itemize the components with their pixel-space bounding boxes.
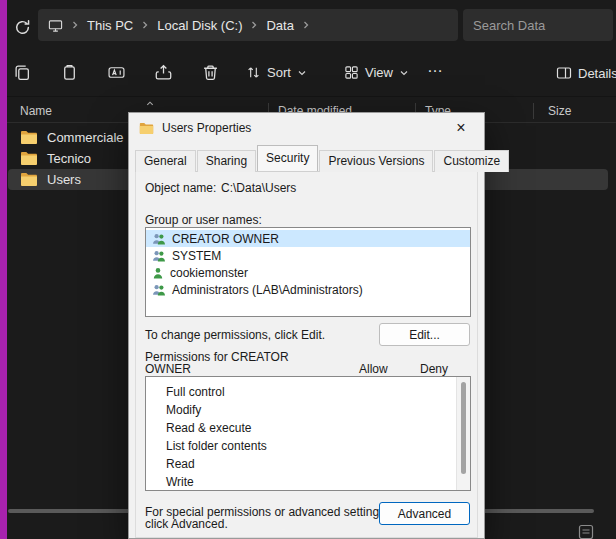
permission-row-write[interactable]: Write bbox=[146, 473, 470, 491]
group-icon bbox=[152, 284, 166, 296]
folder-icon bbox=[20, 130, 38, 145]
view-status-icon[interactable] bbox=[578, 524, 594, 539]
permission-row-list-folder-contents[interactable]: List folder contents bbox=[146, 437, 470, 455]
tab-security[interactable]: Security bbox=[257, 145, 318, 171]
principal-row-system[interactable]: SYSTEM bbox=[146, 247, 470, 264]
breadcrumb-chevron-icon[interactable] bbox=[140, 20, 150, 30]
users-properties-dialog: Users Properties × General Sharing Secur… bbox=[128, 112, 485, 539]
copy-button[interactable] bbox=[14, 64, 31, 81]
delete-button[interactable] bbox=[202, 64, 219, 81]
sort-ascending-icon bbox=[145, 97, 155, 111]
folder-icon bbox=[20, 172, 38, 187]
advanced-button[interactable]: Advanced bbox=[379, 502, 470, 525]
deny-column-label: Deny bbox=[420, 362, 448, 376]
rename-button[interactable] bbox=[108, 64, 125, 81]
details-toggle-button[interactable]: Details bbox=[556, 65, 616, 81]
breadcrumb-this-pc[interactable]: This PC bbox=[87, 18, 133, 33]
advanced-hint-line2: click Advanced. bbox=[145, 517, 228, 531]
search-input[interactable] bbox=[473, 18, 616, 33]
explorer-window: This PC Local Disk (C:) Data Sort View …… bbox=[0, 0, 616, 539]
principal-row-creator-owner[interactable]: CREATOR OWNER bbox=[146, 230, 470, 247]
permission-row-full-control[interactable]: Full control bbox=[146, 383, 470, 401]
edit-hint: To change permissions, click Edit. bbox=[145, 328, 325, 342]
column-header-size[interactable]: Size bbox=[548, 104, 571, 118]
file-name: Users bbox=[47, 172, 81, 187]
object-name-value: C:\Data\Users bbox=[221, 181, 296, 195]
address-bar[interactable]: This PC Local Disk (C:) Data bbox=[38, 9, 458, 41]
principal-name: CREATOR OWNER bbox=[172, 232, 279, 246]
column-header-name[interactable]: Name bbox=[20, 104, 52, 118]
permissions-scrollbar[interactable] bbox=[456, 377, 470, 490]
this-pc-icon bbox=[48, 18, 63, 33]
details-pane-icon bbox=[556, 65, 572, 81]
left-edge-strip bbox=[0, 0, 7, 539]
column-divider[interactable] bbox=[533, 103, 534, 119]
allow-column-label: Allow bbox=[359, 362, 388, 376]
view-dropdown[interactable]: View bbox=[344, 65, 409, 80]
dialog-title-bar[interactable]: Users Properties × bbox=[129, 113, 484, 143]
folder-icon bbox=[20, 151, 38, 166]
principal-row-administrators[interactable]: Administrators (LAB\Administrators) bbox=[146, 281, 470, 298]
file-name: Tecnico bbox=[47, 151, 91, 166]
file-name: Commerciale bbox=[47, 130, 124, 145]
principal-name: SYSTEM bbox=[172, 249, 221, 263]
paste-button[interactable] bbox=[61, 64, 78, 81]
view-label: View bbox=[365, 65, 393, 80]
details-label: Details bbox=[578, 66, 616, 81]
breadcrumb-chevron-icon[interactable] bbox=[301, 20, 311, 30]
dialog-title: Users Properties bbox=[162, 121, 251, 135]
group-icon bbox=[152, 250, 166, 262]
share-button[interactable] bbox=[155, 64, 172, 81]
edit-button[interactable]: Edit... bbox=[379, 323, 470, 346]
user-icon bbox=[152, 267, 164, 279]
tab-previous-versions[interactable]: Previous Versions bbox=[319, 150, 433, 172]
close-icon[interactable]: × bbox=[448, 116, 474, 140]
group-user-list: CREATOR OWNER SYSTEM cookiemonster Admin… bbox=[145, 227, 471, 317]
permissions-for-label-line2: OWNER bbox=[145, 362, 191, 376]
view-grid-icon bbox=[344, 65, 359, 80]
tab-customize[interactable]: Customize bbox=[434, 150, 509, 172]
principal-row-cookiemonster[interactable]: cookiemonster bbox=[146, 264, 470, 281]
scrollbar-thumb[interactable] bbox=[461, 382, 466, 474]
trash-icon bbox=[202, 64, 219, 81]
refresh-icon bbox=[14, 19, 31, 36]
permission-row-modify[interactable]: Modify bbox=[146, 401, 470, 419]
dialog-tab-strip: General Sharing Security Previous Versio… bbox=[135, 147, 478, 172]
sort-label: Sort bbox=[267, 65, 291, 80]
paste-icon bbox=[61, 64, 78, 81]
folder-icon bbox=[139, 122, 154, 135]
tab-sharing[interactable]: Sharing bbox=[197, 150, 256, 172]
sort-icon bbox=[246, 65, 261, 80]
chevron-down-icon bbox=[399, 68, 409, 78]
more-options-button[interactable]: … bbox=[427, 58, 443, 76]
permission-row-read-execute[interactable]: Read & execute bbox=[146, 419, 470, 437]
search-box[interactable] bbox=[463, 9, 613, 41]
breadcrumb-data[interactable]: Data bbox=[266, 18, 293, 33]
principal-name: cookiemonster bbox=[170, 266, 248, 280]
object-name-label: Object name: bbox=[145, 181, 216, 195]
breadcrumb-chevron-icon[interactable] bbox=[70, 20, 80, 30]
chevron-down-icon bbox=[297, 68, 307, 78]
principal-name: Administrators (LAB\Administrators) bbox=[172, 283, 363, 297]
share-icon bbox=[155, 64, 172, 81]
copy-icon bbox=[14, 64, 31, 81]
toolbar-divider bbox=[7, 96, 616, 97]
rename-icon bbox=[108, 64, 125, 81]
permissions-list: Full control Modify Read & execute List … bbox=[145, 376, 471, 491]
breadcrumb-local-disk-c[interactable]: Local Disk (C:) bbox=[157, 18, 242, 33]
breadcrumb-chevron-icon[interactable] bbox=[249, 20, 259, 30]
permission-row-read[interactable]: Read bbox=[146, 455, 470, 473]
refresh-button[interactable] bbox=[12, 17, 32, 37]
tab-general[interactable]: General bbox=[135, 150, 196, 172]
group-list-label: Group or user names: bbox=[145, 213, 262, 227]
group-icon bbox=[152, 233, 166, 245]
sort-dropdown[interactable]: Sort bbox=[246, 65, 307, 80]
